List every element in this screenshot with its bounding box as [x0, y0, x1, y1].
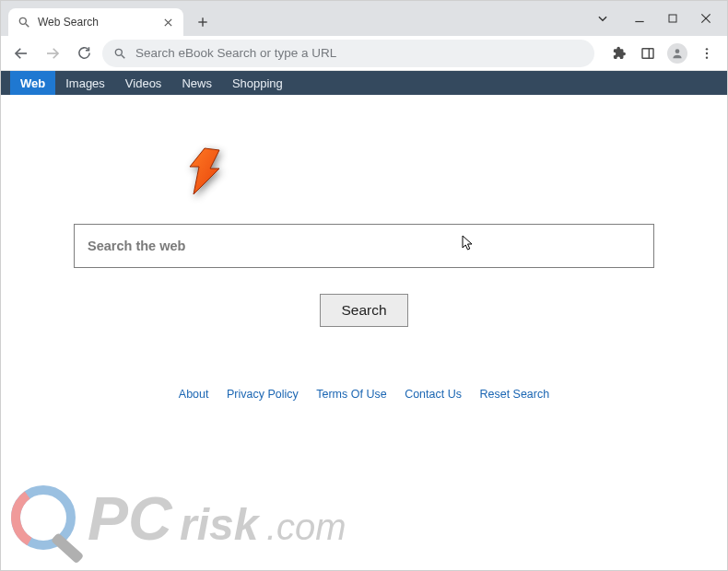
annotation-arrow-icon	[188, 146, 229, 196]
new-tab-button[interactable]	[191, 10, 215, 34]
tab-label: Shopping	[232, 76, 283, 90]
page-viewport: Web Images Videos News Shopping Search t…	[1, 71, 727, 570]
svg-point-20	[16, 490, 71, 545]
omnibox[interactable]: Search eBook Search or type a URL	[102, 40, 594, 67]
svg-point-16	[675, 49, 680, 53]
svg-line-1	[26, 24, 29, 28]
footer-link-contact[interactable]: Contact Us	[405, 388, 462, 401]
tab-label: Web	[20, 76, 45, 90]
close-icon[interactable]	[161, 16, 174, 29]
magnifier-icon	[18, 16, 30, 29]
window-controls	[587, 1, 727, 36]
forward-button[interactable]	[40, 41, 65, 66]
tab-videos[interactable]: Videos	[115, 71, 172, 95]
extensions-icon[interactable]	[605, 41, 631, 66]
watermark: PC risk .com	[8, 475, 395, 563]
browser-window: Web Search	[0, 0, 728, 571]
back-button[interactable]	[8, 41, 34, 66]
chevron-down-icon[interactable]	[587, 7, 618, 29]
page-body: Search the web Search About Privacy Poli…	[1, 224, 727, 401]
svg-rect-7	[669, 15, 676, 22]
svg-point-0	[19, 17, 26, 24]
svg-line-13	[122, 54, 125, 58]
browser-tab[interactable]: Web Search	[8, 8, 183, 36]
tab-label: Videos	[125, 76, 162, 90]
svg-point-19	[706, 56, 708, 58]
tab-news[interactable]: News	[171, 71, 222, 95]
tab-title: Web Search	[38, 16, 154, 29]
footer-link-about[interactable]: About	[179, 388, 209, 401]
maximize-button[interactable]	[657, 7, 688, 29]
tab-images[interactable]: Images	[55, 71, 115, 95]
svg-text:.com: .com	[266, 507, 346, 547]
toolbar: Search eBook Search or type a URL	[1, 36, 727, 71]
sidepanel-icon[interactable]	[635, 41, 661, 66]
footer-link-privacy[interactable]: Privacy Policy	[227, 388, 299, 401]
svg-rect-22	[51, 532, 84, 563]
tab-web[interactable]: Web	[10, 71, 55, 95]
search-input[interactable]: Search the web	[74, 224, 654, 268]
omnibox-placeholder: Search eBook Search or type a URL	[135, 46, 336, 60]
search-placeholder: Search the web	[88, 239, 185, 253]
menu-button[interactable]	[694, 41, 720, 66]
close-window-button[interactable]	[690, 7, 722, 29]
svg-text:risk: risk	[180, 500, 261, 549]
footer-link-terms[interactable]: Terms Of Use	[316, 388, 386, 401]
footer-links: About Privacy Policy Terms Of Use Contac…	[74, 388, 654, 401]
reload-button[interactable]	[71, 41, 97, 66]
tab-label: News	[182, 76, 212, 90]
minimize-button[interactable]	[624, 7, 655, 29]
svg-point-17	[706, 48, 708, 50]
svg-text:PC: PC	[88, 484, 173, 553]
search-icon	[113, 47, 126, 60]
profile-avatar[interactable]	[664, 41, 690, 66]
svg-point-12	[115, 49, 122, 55]
svg-rect-14	[642, 48, 653, 58]
toolbar-right	[605, 41, 720, 66]
search-button[interactable]: Search	[320, 294, 408, 327]
svg-point-18	[706, 52, 708, 53]
tab-shopping[interactable]: Shopping	[222, 71, 293, 95]
svg-point-21	[8, 480, 81, 555]
tab-label: Images	[65, 76, 105, 90]
search-category-tabs: Web Images Videos News Shopping	[1, 71, 727, 95]
search-area: Search the web Search About Privacy Poli…	[74, 224, 654, 401]
titlebar: Web Search	[1, 1, 727, 36]
footer-link-reset[interactable]: Reset Search	[479, 388, 549, 401]
